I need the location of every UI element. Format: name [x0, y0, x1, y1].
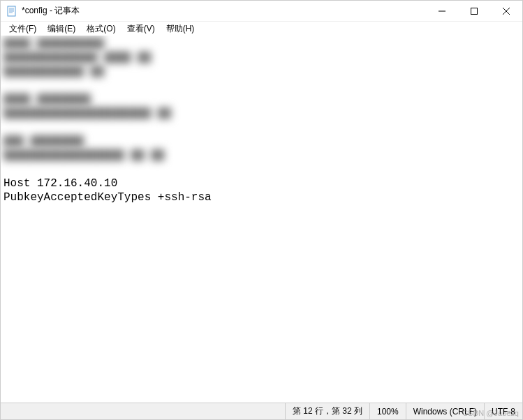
notepad-icon [6, 6, 17, 17]
status-spacer [1, 403, 285, 419]
status-position: 第 12 行，第 32 列 [285, 403, 369, 419]
menu-view[interactable]: 查看(V) [121, 22, 161, 36]
redacted-text: ██████████████████ ██ ██ [3, 149, 520, 163]
close-button[interactable] [490, 1, 522, 21]
menu-edit[interactable]: 编辑(E) [42, 22, 81, 36]
menu-file[interactable]: 文件(F) [3, 22, 42, 36]
statusbar: 第 12 行，第 32 列 100% Windows (CRLF) UTF-8 [1, 403, 522, 419]
status-zoom: 100% [369, 403, 406, 419]
notepad-window: *config - 记事本 文件(F) 编辑(E) 格式(O) 查看(V) 帮助… [0, 0, 523, 420]
redacted-text: ███ ████████ [3, 135, 520, 149]
watermark: CSDN @Jabezq [462, 409, 519, 417]
redacted-text: ██████████████████████ ██ [3, 107, 520, 121]
text-area[interactable]: ████ ██████████ ██████████████ ████ ██ █… [1, 36, 522, 403]
redacted-text: ██████████████ ████ ██ [3, 51, 520, 65]
menu-format[interactable]: 格式(O) [81, 22, 121, 36]
menu-help[interactable]: 帮助(H) [161, 22, 200, 36]
svg-rect-6 [471, 8, 478, 14]
window-title: *config - 记事本 [22, 5, 426, 17]
window-controls [426, 1, 522, 21]
redacted-text: ████ ██████████ [3, 37, 520, 51]
redacted-text: ████████████ ██ [3, 65, 520, 79]
titlebar[interactable]: *config - 记事本 [1, 1, 522, 22]
menubar: 文件(F) 编辑(E) 格式(O) 查看(V) 帮助(H) [1, 22, 522, 36]
config-line-host: Host 172.16.40.10 [3, 177, 520, 190]
config-line-pubkey: PubkeyAcceptedKeyTypes +ssh-rsa [3, 190, 520, 204]
minimize-button[interactable] [426, 1, 458, 21]
redacted-text: ████ ████████ [3, 93, 520, 107]
maximize-button[interactable] [458, 1, 490, 21]
